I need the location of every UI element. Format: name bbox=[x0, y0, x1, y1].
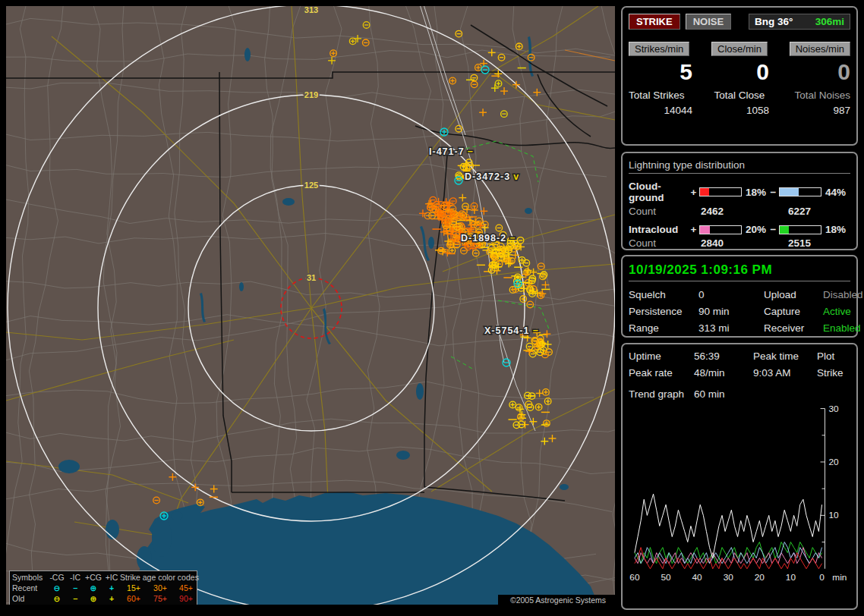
ic-positive-pct: 20% bbox=[746, 224, 769, 235]
receiver-label: Receiver bbox=[764, 322, 823, 334]
legend-header: -IC bbox=[67, 572, 84, 583]
total-close-value: 1058 bbox=[710, 105, 769, 116]
cg-positive-count: 2462 bbox=[701, 206, 788, 217]
svg-text:0: 0 bbox=[819, 573, 825, 583]
trend-graph-label: Trend graph bbox=[629, 388, 694, 400]
cg-positive-bar bbox=[699, 187, 742, 196]
svg-text:40: 40 bbox=[692, 573, 703, 583]
trend-box: Uptime 56:39 Peak time Plot Peak rate 48… bbox=[621, 343, 858, 610]
ic-negative-pct: 18% bbox=[825, 224, 849, 235]
strike-symbol-icon: ⊕ bbox=[84, 593, 103, 604]
close-per-min-header: Close/min bbox=[711, 42, 768, 56]
total-noises-label: Total Noises bbox=[794, 90, 850, 101]
trend-graph-value: 60 min bbox=[694, 388, 725, 400]
noise-button[interactable]: NOISE bbox=[686, 14, 731, 30]
upload-value: Disabled bbox=[823, 289, 863, 300]
persistence-value: 90 min bbox=[698, 306, 764, 317]
datetime-display: 10/19/2025 1:09:16 PM bbox=[629, 262, 850, 281]
status-box: 10/19/2025 1:09:16 PM Squelch 0 Upload D… bbox=[621, 255, 858, 338]
count-label: Count bbox=[629, 237, 701, 249]
total-noises-value: 987 bbox=[833, 105, 850, 116]
svg-text:30: 30 bbox=[724, 573, 734, 583]
ring-distance-label: 313 bbox=[304, 6, 318, 14]
strike-symbol-icon: ⊕ bbox=[84, 583, 103, 593]
svg-text:50: 50 bbox=[661, 573, 671, 583]
squelch-value: 0 bbox=[698, 289, 764, 300]
legend-header: +CG bbox=[84, 572, 103, 583]
map-legend: Symbols-CG-IC+CG+ICStrike age color code… bbox=[9, 570, 197, 605]
plus-sign: + bbox=[689, 224, 698, 235]
strikes-per-min-value: 5 bbox=[629, 60, 692, 84]
svg-text:10: 10 bbox=[786, 573, 796, 583]
legend-age-value: 90+ bbox=[173, 593, 199, 604]
intracloud-row: Intracloud + 20% − 18% bbox=[629, 224, 850, 235]
noises-per-min-value: 0 bbox=[837, 60, 850, 84]
peak-rate-label: Peak rate bbox=[629, 367, 694, 379]
counters-box: STRIKE NOISE Bng 36° 306mi Strikes/min C… bbox=[621, 6, 858, 146]
trend-graph: 1020306050403020100min bbox=[629, 401, 853, 592]
bearing-label: Bng 36° bbox=[755, 16, 793, 27]
svg-text:20: 20 bbox=[755, 573, 765, 583]
storm-cell-label: I-471-7− bbox=[429, 146, 474, 157]
strike-button[interactable]: STRIKE bbox=[629, 14, 680, 30]
ring-distance-label: 219 bbox=[304, 90, 318, 99]
legend-header: +IC bbox=[103, 572, 120, 583]
app-window: 31321912531I-471-7−D-3472-3vD-1898-2−X-5… bbox=[0, 0, 864, 616]
cloud-ground-count-row: Count 2462 6227 bbox=[629, 206, 850, 217]
distribution-box: Lightning type distribution Cloud-ground… bbox=[621, 152, 858, 250]
total-strikes-label: Total Strikes bbox=[629, 90, 685, 101]
legend-row-label: Recent bbox=[12, 583, 47, 593]
svg-text:20: 20 bbox=[828, 457, 839, 467]
minus-sign: − bbox=[769, 224, 777, 235]
legend-row-label: Old bbox=[12, 593, 47, 604]
legend-age-value: 45+ bbox=[173, 583, 199, 593]
range-value: 313 mi bbox=[698, 322, 764, 334]
range-label: Range bbox=[629, 322, 698, 334]
strike-symbol-icon: ⊖ bbox=[47, 583, 67, 593]
svg-text:10: 10 bbox=[828, 510, 839, 520]
uptime-label: Uptime bbox=[629, 350, 694, 362]
cloud-ground-row: Cloud-ground + 18% − 44% bbox=[629, 181, 850, 203]
legend-age-value: 75+ bbox=[147, 593, 173, 604]
capture-label: Capture bbox=[764, 306, 823, 317]
counters-grid: Strikes/min Close/min Noises/min 5 0 0 T… bbox=[629, 42, 850, 116]
legend-age-value: 60+ bbox=[120, 593, 147, 604]
strike-symbol-icon: − bbox=[67, 583, 84, 593]
strike-symbol-icon: ⊖ bbox=[47, 593, 67, 604]
intracloud-label: Intracloud bbox=[629, 224, 689, 235]
uptime-value: 56:39 bbox=[694, 350, 753, 362]
legend-header: Symbols bbox=[12, 572, 47, 583]
cg-negative-count: 6227 bbox=[788, 206, 811, 217]
copyright: ©2005 Astrogenic Systems bbox=[498, 595, 615, 605]
plot-value: Strike bbox=[817, 367, 850, 379]
ic-negative-count: 2515 bbox=[788, 237, 811, 249]
uptime-grid: Uptime 56:39 Peak time Plot Peak rate 48… bbox=[629, 350, 850, 379]
total-close-label: Total Close bbox=[714, 90, 765, 101]
cg-positive-pct: 18% bbox=[746, 187, 769, 198]
peak-rate-value: 48/min bbox=[694, 367, 753, 379]
legend-age-value: 15+ bbox=[120, 583, 147, 593]
strikes-per-min-header: Strikes/min bbox=[629, 42, 689, 56]
bearing-display: Bng 36° 306mi bbox=[749, 14, 850, 30]
svg-text:30: 30 bbox=[828, 404, 839, 414]
legend-age-title: Strike age color codes bbox=[120, 572, 199, 583]
plot-label: Plot bbox=[817, 350, 850, 362]
squelch-label: Squelch bbox=[629, 289, 698, 300]
intracloud-count-row: Count 2840 2515 bbox=[629, 237, 850, 249]
lightning-map[interactable]: 31321912531I-471-7−D-3472-3vD-1898-2−X-5… bbox=[6, 6, 615, 605]
strike-symbol-icon: − bbox=[67, 593, 84, 604]
legend-age-value: 30+ bbox=[147, 583, 173, 593]
close-per-min-value: 0 bbox=[710, 60, 769, 84]
receiver-value: Enabled bbox=[823, 322, 863, 334]
alarm-ring-label: 31 bbox=[307, 273, 316, 282]
minus-sign: − bbox=[769, 187, 777, 198]
status-grid: Squelch 0 Upload Disabled Persistence 90… bbox=[629, 289, 850, 334]
cg-negative-bar bbox=[779, 187, 821, 196]
mode-button-row: STRIKE NOISE Bng 36° 306mi bbox=[629, 14, 850, 30]
count-label: Count bbox=[629, 206, 701, 217]
svg-text:60: 60 bbox=[629, 573, 640, 583]
ic-positive-count: 2840 bbox=[701, 237, 788, 249]
cloud-ground-label: Cloud-ground bbox=[629, 181, 689, 203]
peak-time-value: 9:03 AM bbox=[753, 367, 817, 379]
cg-negative-pct: 44% bbox=[825, 187, 849, 198]
